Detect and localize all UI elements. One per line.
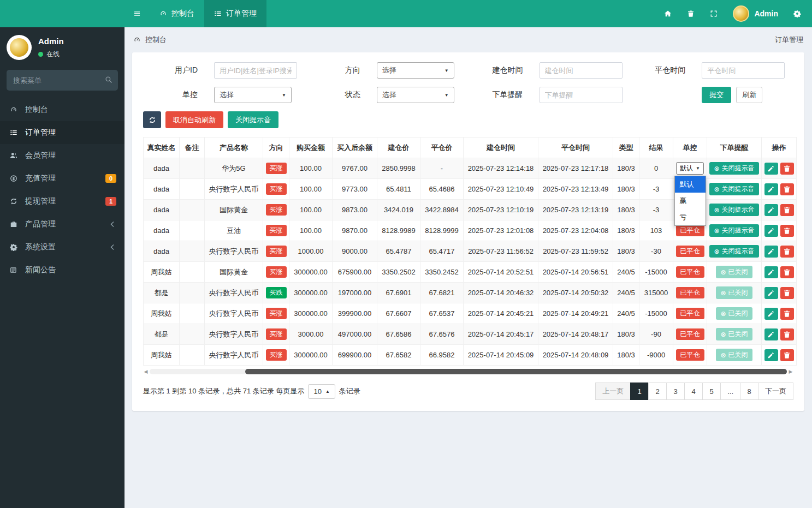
sidebar-toggle-button[interactable] — [125, 0, 150, 27]
fullscreen-button[interactable] — [710, 10, 718, 17]
next-page-button[interactable]: 下一页 — [758, 383, 793, 400]
sidebar-item-7[interactable]: 系统设置 — [0, 236, 125, 259]
delete-button[interactable] — [780, 163, 794, 175]
delete-button[interactable] — [780, 287, 794, 299]
reminder-button[interactable]: ⊗已关闭 — [716, 328, 752, 340]
cell-name: dada — [144, 220, 180, 241]
page-button[interactable]: ... — [720, 383, 740, 400]
reminder-button[interactable]: ⊗已关闭 — [716, 266, 752, 278]
cell-open_price: 67.6901 — [377, 283, 420, 303]
page-button[interactable]: 5 — [702, 383, 721, 400]
nav-tab-console[interactable]: 控制台 — [150, 0, 204, 27]
reminder-button[interactable]: ⊗已关闭 — [716, 307, 752, 320]
sidebar-item-3[interactable]: 会员管理 — [0, 144, 125, 167]
reminder-input[interactable] — [540, 87, 623, 103]
page-size-select[interactable]: 10 ▲ — [308, 384, 335, 399]
reminder-button[interactable]: ⊗关闭提示音 — [709, 183, 758, 195]
sidebar-item-6[interactable]: 产品管理 — [0, 213, 125, 236]
edit-button[interactable] — [764, 204, 778, 216]
table-row: 周我姑央行数字人民币买涨300000.00699900.0067.658266.… — [144, 345, 797, 366]
edit-button[interactable] — [764, 163, 778, 175]
delete-button[interactable] — [780, 328, 794, 340]
cell-product: 央行数字人民币 — [205, 345, 263, 366]
reminder-button[interactable]: ⊗已关闭 — [716, 349, 752, 361]
reminder-button[interactable]: ⊗关闭提示音 — [709, 204, 758, 216]
cell-balance: 9870.00 — [333, 220, 377, 241]
sidebar-item-2[interactable]: 订单管理 — [0, 121, 125, 144]
cell-type: 180/3 — [613, 220, 639, 241]
search-input[interactable] — [7, 70, 118, 91]
edit-button[interactable] — [764, 349, 778, 361]
cell-open_price: 2850.9998 — [377, 158, 420, 179]
sidebar-item-1[interactable]: 控制台 — [0, 98, 125, 121]
prev-page-button[interactable]: 上一页 — [595, 383, 631, 400]
table-footer: 显示第 1 到第 10 条记录，总共 71 条记录 每页显示 10 ▲ 条记录 … — [143, 383, 793, 400]
cell-open_time: 2025-07-23 12:14:18 — [464, 158, 538, 179]
control-option[interactable]: 亏 — [675, 209, 706, 225]
control-filter-select[interactable]: 选择 ▼ — [214, 87, 292, 103]
reminder-button[interactable]: ⊗关闭提示音 — [709, 224, 758, 237]
edit-button[interactable] — [764, 246, 778, 258]
cancel-auto-refresh-button[interactable]: 取消自动刷新 — [165, 111, 223, 128]
scrollbar-thumb[interactable] — [245, 369, 787, 374]
settings-button[interactable] — [793, 10, 801, 17]
reminder-button[interactable]: ⊗已关闭 — [716, 286, 752, 299]
nav-tab-orders[interactable]: 订单管理 — [204, 0, 266, 27]
online-dot-icon — [38, 52, 43, 57]
open-time-input[interactable] — [540, 62, 623, 79]
cell-name: 周我姑 — [144, 262, 180, 283]
cell-amount: 3000.00 — [289, 324, 333, 345]
user-id-input[interactable] — [214, 62, 297, 79]
page-button[interactable]: 2 — [648, 383, 667, 400]
sidebar-item-8[interactable]: 新闻公告 — [0, 259, 125, 282]
trash-button[interactable] — [687, 10, 695, 17]
delete-button[interactable] — [780, 225, 794, 237]
table-header-row: 真实姓名备注产品名称方向购买金额买入后余额建仓价平仓价建仓时间平仓时间类型结果单… — [144, 138, 797, 158]
scroll-left-arrow[interactable]: ◀ — [143, 369, 149, 374]
control-option[interactable]: 赢 — [675, 193, 706, 209]
user-menu[interactable]: Admin — [733, 5, 778, 22]
delete-button[interactable] — [780, 308, 794, 320]
sidebar-item-4[interactable]: 充值管理0 — [0, 167, 125, 190]
page-button[interactable]: 3 — [666, 383, 685, 400]
edit-button[interactable] — [764, 266, 778, 278]
cell-name: 周我姑 — [144, 345, 180, 366]
mute-alerts-button[interactable]: 关闭提示音 — [228, 111, 278, 128]
edit-button[interactable] — [764, 183, 778, 195]
delete-button[interactable] — [780, 204, 794, 216]
delete-button[interactable] — [780, 349, 794, 361]
scroll-right-arrow[interactable]: ▶ — [788, 369, 793, 374]
delete-button[interactable] — [780, 246, 794, 258]
cell-balance: 9873.00 — [333, 200, 377, 220]
breadcrumb-console[interactable]: 控制台 — [133, 35, 167, 45]
cell-close_price: 67.6821 — [420, 283, 464, 303]
page-button[interactable]: 4 — [684, 383, 703, 400]
reminder-button[interactable]: ⊗关闭提示音 — [709, 162, 758, 175]
scrollbar-track[interactable] — [150, 369, 787, 374]
cell-result: -90 — [639, 324, 673, 345]
control-select[interactable]: 默认▼ — [676, 162, 704, 175]
cell-actions — [762, 200, 797, 220]
submit-button[interactable]: 提交 — [702, 87, 731, 103]
search-button[interactable] — [105, 76, 112, 83]
status-select[interactable]: 选择 ▼ — [377, 87, 454, 103]
edit-button[interactable] — [764, 225, 778, 237]
page-button[interactable]: 1 — [630, 383, 649, 400]
edit-button[interactable] — [764, 287, 778, 299]
delete-button[interactable] — [780, 266, 794, 278]
refresh-button[interactable]: 刷新 — [736, 87, 762, 103]
cell-actions — [762, 179, 797, 200]
delete-button[interactable] — [780, 183, 794, 195]
sidebar-item-5[interactable]: 提现管理1 — [0, 190, 125, 213]
direction-select[interactable]: 选择 ▼ — [377, 62, 454, 79]
reminder-button[interactable]: ⊗关闭提示音 — [709, 245, 758, 258]
edit-button[interactable] — [764, 308, 778, 320]
auto-refresh-button[interactable] — [143, 111, 161, 128]
online-status: 在线 — [38, 50, 64, 59]
page-button[interactable]: 8 — [740, 383, 758, 400]
control-option[interactable]: 默认 — [675, 176, 706, 193]
close-time-input[interactable] — [702, 62, 785, 79]
edit-button[interactable] — [764, 328, 778, 340]
home-button[interactable] — [664, 10, 672, 17]
cell-amount: 300000.00 — [289, 262, 333, 283]
